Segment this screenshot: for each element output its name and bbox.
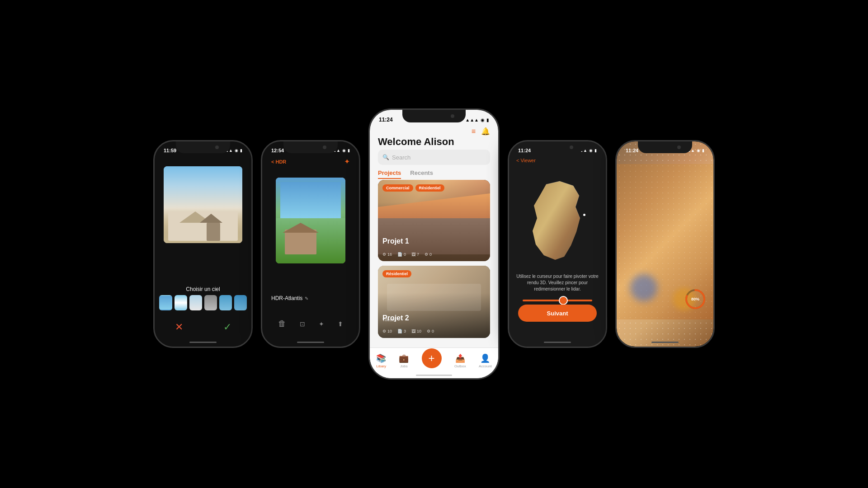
stat2-images: 🖼 10 bbox=[411, 329, 421, 333]
account-icon: 👤 bbox=[480, 353, 490, 363]
home-indicator-1 bbox=[189, 342, 217, 343]
edit-icon[interactable]: ✎ bbox=[305, 296, 308, 301]
stat2-images-val: 10 bbox=[417, 329, 421, 333]
outbox-icon: 📤 bbox=[455, 353, 465, 363]
confirm-button[interactable]: ✓ bbox=[223, 321, 231, 333]
3d-viewer-area bbox=[509, 169, 606, 286]
stat2-other-val: 0 bbox=[432, 329, 434, 333]
library-icon: 📚 bbox=[376, 353, 386, 363]
sky-thumb-blue[interactable] bbox=[159, 295, 172, 310]
other-icon2: ⚙ bbox=[427, 329, 430, 333]
hdr-toolbar: 🗑 ⊡ ✦ ⬆ bbox=[262, 319, 359, 328]
wifi-icon-4: ◉ bbox=[589, 148, 593, 153]
add-button[interactable]: + bbox=[422, 348, 442, 368]
notch-3 bbox=[402, 110, 466, 122]
crop-icon[interactable]: ⊡ bbox=[300, 320, 305, 328]
notch-4 bbox=[530, 141, 585, 153]
sky-thumbnails bbox=[159, 295, 247, 310]
suivant-button[interactable]: Suivant bbox=[518, 305, 597, 322]
adjust-icon[interactable]: ✦ bbox=[319, 320, 324, 328]
tag-residentiel: Résidentiel bbox=[415, 184, 444, 192]
phone-sky-replacement: 11:59 ▲▲▲ ◉ ▮ bbox=[153, 140, 253, 348]
card2-tags: Résidentiel bbox=[382, 270, 411, 277]
jobs-label: Jobs bbox=[400, 364, 408, 368]
bottom-tab-bar: 📚 Libary 💼 Jobs + 📤 Outbox bbox=[370, 347, 498, 378]
scan-icon: ⚙ bbox=[382, 252, 386, 257]
search-placeholder: Search bbox=[392, 154, 410, 161]
export-icon[interactable]: ⬆ bbox=[338, 320, 343, 328]
sky-thumb-blue3[interactable] bbox=[234, 295, 247, 310]
project1-title: Projet 1 bbox=[382, 237, 409, 245]
choose-sky-label: Choisir un ciel bbox=[155, 286, 251, 292]
hdr-main-photo bbox=[276, 178, 345, 263]
tab-account[interactable]: 👤 Account bbox=[479, 353, 492, 368]
sky-thumb-clouds[interactable] bbox=[175, 295, 187, 310]
other-icon: ⚙ bbox=[425, 252, 428, 257]
doc-icon: 📄 bbox=[397, 252, 402, 257]
phone-main-app: 11:24 ▲▲▲ ◉ ▮ ≡ 🔔 Welcome Alison 🔍 bbox=[368, 108, 500, 380]
hdr-back-label[interactable]: < HDR bbox=[271, 159, 286, 164]
tab-jobs[interactable]: 💼 Jobs bbox=[399, 353, 409, 368]
home-indicator-2 bbox=[297, 342, 324, 343]
slider-thumb[interactable] bbox=[559, 296, 568, 305]
tag-residentiel2: Résidentiel bbox=[382, 270, 411, 277]
progress-text: 80% bbox=[691, 297, 699, 301]
battery-icon-3: ▮ bbox=[486, 117, 489, 122]
trash-icon[interactable]: 🗑 bbox=[278, 319, 286, 328]
outbox-label: Outbox bbox=[454, 364, 466, 368]
stat-images-val: 7 bbox=[417, 252, 419, 257]
time-3: 11:24 bbox=[379, 117, 393, 123]
doc-icon2: 📄 bbox=[397, 329, 402, 333]
cancel-button[interactable]: ✕ bbox=[175, 321, 183, 333]
notch-2 bbox=[283, 141, 338, 153]
welcome-text: Welcome Alison bbox=[378, 136, 454, 148]
bell-icon[interactable]: 🔔 bbox=[481, 127, 490, 136]
3d-slider[interactable] bbox=[523, 300, 592, 301]
account-label: Account bbox=[479, 364, 492, 368]
stat-docs: 📄 0 bbox=[397, 252, 406, 257]
wifi-icon-3: ◉ bbox=[481, 117, 485, 122]
library-label: Libary bbox=[376, 364, 386, 368]
menu-icon[interactable]: ≡ bbox=[472, 127, 476, 136]
signal-icon-3: ▲▲▲ bbox=[465, 117, 479, 122]
ar-blob-blue bbox=[630, 274, 657, 301]
stat-other-val: 0 bbox=[429, 252, 432, 257]
home-indicator-4 bbox=[544, 342, 571, 343]
image-icon: 🖼 bbox=[411, 252, 415, 257]
phones-container: 11:59 ▲▲▲ ◉ ▮ bbox=[144, 0, 724, 488]
tab-library[interactable]: 📚 Libary bbox=[376, 353, 386, 368]
project-card-2[interactable]: Résidentiel Projet 2 Tilleuls ⚙ 10 📄 3 bbox=[378, 266, 490, 338]
card1-tags: Commercial Résidentiel bbox=[382, 184, 444, 192]
home-indicator-3 bbox=[416, 375, 452, 376]
instruction-text: Utilisez le curseur pour faire pivoter v… bbox=[516, 273, 599, 292]
stat2-docs-val: 3 bbox=[404, 329, 406, 333]
plus-icon: + bbox=[429, 352, 435, 365]
jobs-icon: 💼 bbox=[399, 353, 409, 363]
search-bar[interactable]: 🔍 Search bbox=[378, 150, 490, 165]
stat-images: 🖼 7 bbox=[411, 252, 419, 257]
project2-stats: ⚙ 10 📄 3 🖼 10 ⚙ 0 bbox=[382, 329, 486, 333]
project-card-1[interactable]: Commercial Résidentiel Projet 1 ⚙ 16 📄 0 bbox=[378, 180, 490, 261]
hdr-filename: HDR-Atlantis bbox=[271, 295, 302, 301]
time-2: 12:54 bbox=[271, 148, 284, 153]
tab-projects[interactable]: Projects bbox=[378, 169, 401, 179]
main-house-image bbox=[164, 166, 242, 243]
battery-icon-5: ▮ bbox=[702, 148, 704, 153]
sky-thumb-gray[interactable] bbox=[204, 295, 217, 310]
project2-subtitle: Tilleuls bbox=[382, 318, 395, 322]
tab-outbox[interactable]: 📤 Outbox bbox=[454, 353, 466, 368]
phone-hdr: 12:54 ▲▲▲ ◉ ▮ < HDR ✦ bbox=[261, 140, 360, 348]
viewer-back-button[interactable]: < Viewer bbox=[516, 158, 536, 163]
sky-thumb-blue2[interactable] bbox=[219, 295, 232, 310]
tab-recents[interactable]: Recents bbox=[410, 169, 433, 179]
search-icon: 🔍 bbox=[382, 154, 389, 160]
header-icons: ≡ 🔔 bbox=[472, 127, 490, 136]
time-1: 11:59 bbox=[164, 148, 176, 153]
lidar-model-svg bbox=[526, 178, 589, 277]
hdr-top-bar: < HDR ✦ bbox=[262, 157, 359, 166]
magic-wand-icon[interactable]: ✦ bbox=[344, 157, 350, 166]
home-indicator-5 bbox=[651, 342, 679, 343]
sky-thumb-light-clouds[interactable] bbox=[189, 295, 202, 310]
stat-scans: ⚙ 16 bbox=[382, 252, 392, 257]
stat2-other: ⚙ 0 bbox=[427, 329, 434, 333]
